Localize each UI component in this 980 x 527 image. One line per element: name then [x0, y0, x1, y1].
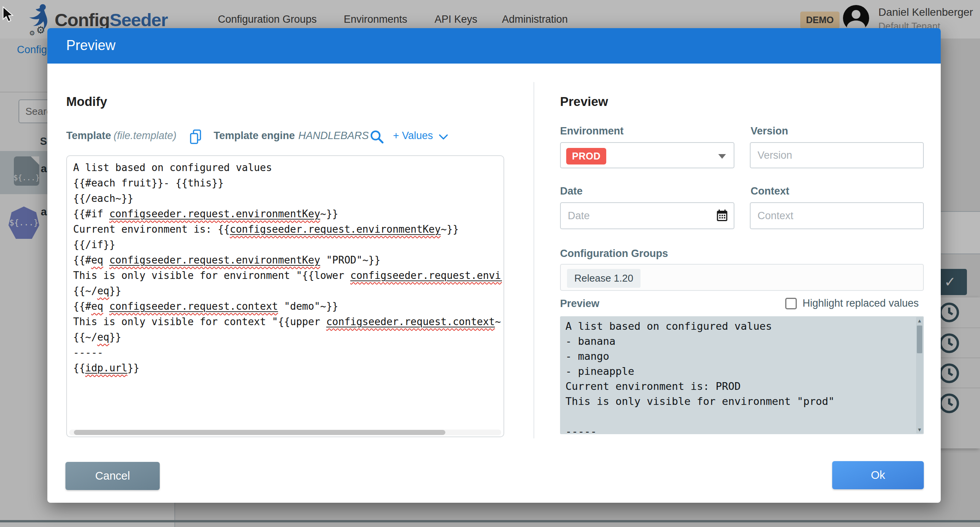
environment-chip: PROD	[566, 148, 606, 164]
cancel-button[interactable]: Cancel	[65, 462, 160, 490]
dialog-title: Preview	[66, 37, 115, 54]
template-filename: (file.template)	[114, 130, 177, 142]
calendar-icon[interactable]	[715, 208, 729, 223]
preview-heading: Preview	[560, 94, 608, 109]
copy-icon[interactable]	[189, 128, 202, 145]
date-label: Date	[560, 185, 583, 197]
environment-select[interactable]: PROD	[560, 142, 734, 168]
environment-label: Environment	[560, 125, 624, 137]
highlight-checkbox[interactable]	[785, 298, 797, 309]
scroll-down-icon[interactable]: ▼	[916, 427, 923, 433]
version-label: Version	[751, 125, 788, 137]
engine-label: Template engine	[214, 130, 295, 142]
template-editor[interactable]: A list based on configured values{{#each…	[66, 155, 504, 437]
values-toggle[interactable]: + Values	[393, 130, 433, 142]
divider	[533, 82, 534, 438]
preview-dialog: Preview Modify Template (file.template) …	[47, 28, 941, 503]
mouse-cursor-icon	[2, 6, 15, 23]
horizontal-scrollbar[interactable]	[69, 430, 501, 435]
configuration-groups-field[interactable]: Release 1.20	[560, 264, 924, 291]
modify-heading: Modify	[66, 94, 107, 109]
ok-button[interactable]: Ok	[832, 461, 924, 489]
dropdown-caret-icon	[718, 154, 726, 159]
highlight-checkbox-label[interactable]: Highlight replaced values	[803, 297, 919, 309]
dialog-header: Preview	[47, 28, 941, 64]
engine-value: HANDLEBARS	[298, 130, 369, 142]
template-editor-content[interactable]: A list based on configured values{{#each…	[73, 160, 502, 427]
vertical-scrollbar[interactable]: ▲ ▼	[916, 317, 923, 433]
chevron-down-icon[interactable]	[438, 134, 448, 141]
context-input[interactable]	[750, 202, 924, 229]
context-label: Context	[751, 185, 789, 197]
scroll-up-icon[interactable]: ▲	[916, 318, 923, 324]
configuration-group-chip[interactable]: Release 1.20	[567, 269, 641, 288]
preview-output-label: Preview	[560, 298, 599, 310]
preview-output-content: A list based on configured values- banan…	[565, 319, 914, 433]
scrollbar-thumb[interactable]	[917, 326, 922, 353]
configuration-groups-label: Configuration Groups	[560, 248, 668, 260]
scrollbar-thumb[interactable]	[74, 430, 445, 435]
template-label: Template	[66, 130, 111, 142]
version-input[interactable]	[750, 142, 924, 168]
search-icon[interactable]	[369, 129, 385, 144]
preview-output: A list based on configured values- banan…	[560, 316, 924, 434]
date-input[interactable]	[560, 202, 734, 229]
